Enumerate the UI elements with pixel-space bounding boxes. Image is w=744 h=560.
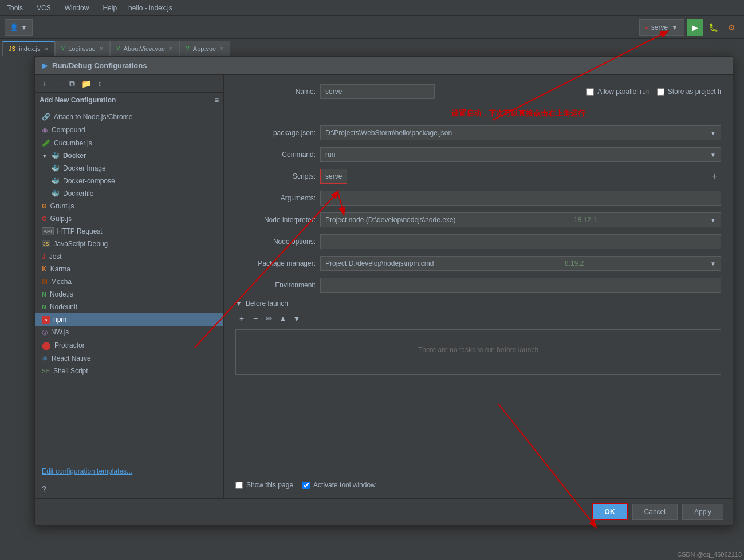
edit-templates-link[interactable]: Edit configuration templates... <box>35 463 223 480</box>
before-launch-section[interactable]: ▼ Before launch <box>235 299 721 307</box>
tab-close-login-vue[interactable]: ✕ <box>99 45 104 52</box>
dockerfile-label: Dockerfile <box>63 190 93 198</box>
arguments-row: Arguments: <box>235 191 721 206</box>
tab-login-vue[interactable]: V Login.vue ✕ <box>55 41 110 56</box>
config-item-docker-image[interactable]: 🐳 Docker Image <box>35 162 223 175</box>
environment-input[interactable] <box>320 278 721 293</box>
move-config-button[interactable]: 📁 <box>80 77 92 90</box>
command-select[interactable]: run ▼ <box>320 147 721 162</box>
config-item-npm[interactable]: n npm <box>35 313 223 326</box>
package-manager-arrow: ▼ <box>710 261 716 267</box>
config-item-nwjs[interactable]: ◎ NW.js <box>35 326 223 338</box>
before-launch-remove[interactable]: − <box>249 312 262 325</box>
package-manager-select[interactable]: Project D:\develop\nodejs\npm.cmd 8.19.2… <box>320 256 721 271</box>
scripts-select[interactable]: serve <box>320 169 347 184</box>
profile-button[interactable]: 👤 ▼ <box>5 19 33 36</box>
config-item-shell[interactable]: SH Shell Script <box>35 365 223 377</box>
config-item-http[interactable]: API HTTP Request <box>35 225 223 238</box>
config-item-karma[interactable]: K Karma <box>35 263 223 275</box>
ok-button[interactable]: OK <box>592 503 628 520</box>
tab-label-aboutview-vue: AboutView.vue <box>124 45 166 52</box>
arguments-label: Arguments: <box>235 194 316 202</box>
run-button[interactable]: ▶ <box>687 19 703 36</box>
menu-window[interactable]: Window <box>62 3 92 13</box>
config-item-docker-compose[interactable]: 🐳 Docker-compose <box>35 175 223 187</box>
run-config-selector[interactable]: ▪ serve ▼ <box>639 19 685 36</box>
activate-tool-checkbox[interactable] <box>302 482 310 489</box>
debug-button[interactable]: 🐛 <box>705 19 721 36</box>
allow-parallel-label: Allow parallel run <box>597 88 649 96</box>
node-interpreter-row: Node interpreter: Project node (D:\devel… <box>235 212 721 227</box>
hint-text: 设置启动，下次可以直接点击右上角运行 <box>316 108 721 119</box>
node-interpreter-value: Project node (D:\develop\nodejs\node.exe… <box>325 216 455 224</box>
environment-row: Environment: <box>235 278 721 293</box>
arguments-input[interactable] <box>320 191 721 206</box>
docker-label: Docker <box>63 152 86 160</box>
allow-parallel-checkbox[interactable] <box>586 88 594 96</box>
tab-app-vue[interactable]: V App.vue ✕ <box>179 41 230 56</box>
apply-button[interactable]: Apply <box>682 504 723 520</box>
config-item-jest[interactable]: J Jest <box>35 250 223 263</box>
store-as-project-label: Store as project fi <box>668 88 721 96</box>
config-item-jsdebug[interactable]: JS JavaScript Debug <box>35 238 223 250</box>
node-interpreter-select[interactable]: Project node (D:\develop\nodejs\node.exe… <box>320 212 721 227</box>
command-row: Command: run ▼ <box>235 147 721 162</box>
tab-aboutview-vue[interactable]: V AboutView.vue ✕ <box>110 41 179 56</box>
config-item-mocha[interactable]: M Mocha <box>35 275 223 288</box>
show-page-checkbox[interactable] <box>235 482 243 489</box>
package-json-row: package.json: D:\Projects\WebStorm\hello… <box>235 125 721 140</box>
left-toolbar: + − ⧉ 📁 ↕ <box>35 75 223 93</box>
remove-config-button[interactable]: − <box>52 77 65 90</box>
config-item-reactnative[interactable]: ⚛ React Native <box>35 352 223 365</box>
tab-close-aboutview-vue[interactable]: ✕ <box>168 45 173 52</box>
copy-config-button[interactable]: ⧉ <box>66 77 78 90</box>
config-item-nodejs[interactable]: N Node.js <box>35 288 223 301</box>
store-as-project-checkbox[interactable] <box>657 88 664 96</box>
config-item-dockerfile[interactable]: 🐳 Dockerfile <box>35 187 223 200</box>
activate-tool-label: Activate tool window <box>313 481 376 489</box>
profile-dropdown-arrow: ▼ <box>21 23 27 31</box>
command-label: Command: <box>235 151 316 159</box>
config-item-docker[interactable]: ▼ 🐳 Docker <box>35 149 223 162</box>
node-options-row: Node options: <box>235 234 721 249</box>
add-section: Add New Configuration ≡ <box>35 93 223 108</box>
sort-config-button[interactable]: ↕ <box>93 77 106 90</box>
package-json-label: package.json: <box>235 129 316 137</box>
name-input[interactable] <box>320 84 435 99</box>
settings-button[interactable]: ⚙ <box>723 19 739 36</box>
tab-close-index-js[interactable]: ✕ <box>44 46 49 52</box>
config-item-nodeunit[interactable]: N Nodeunit <box>35 301 223 313</box>
tab-close-app-vue[interactable]: ✕ <box>219 45 224 52</box>
tab-icon-aboutview-vue: V <box>116 45 120 52</box>
package-manager-row: Package manager: Project D:\develop\node… <box>235 256 721 271</box>
before-launch-add[interactable]: + <box>235 312 248 325</box>
config-item-gulp[interactable]: G Gulp.js <box>35 212 223 225</box>
config-item-protractor[interactable]: ⬤ Protractor <box>35 338 223 352</box>
before-launch-down[interactable]: ▼ <box>290 312 303 325</box>
arguments-add-button[interactable]: + <box>708 170 721 183</box>
before-launch-arrow: ▼ <box>235 299 242 307</box>
config-item-grunt[interactable]: G Grunt.js <box>35 200 223 212</box>
scripts-row: Scripts: serve + <box>235 169 721 184</box>
before-launch-edit[interactable]: ✏ <box>263 312 275 325</box>
watermark: CSDN @qq_46062118 <box>677 551 742 558</box>
jsdebug-label: JavaScript Debug <box>54 240 108 248</box>
package-manager-value: Project D:\develop\nodejs\npm.cmd <box>325 259 434 267</box>
menu-vcs[interactable]: VCS <box>34 3 53 13</box>
config-item-cucumber[interactable]: 🥒 Cucumber.js <box>35 137 223 149</box>
config-item-attach[interactable]: 🔗 Attach to Node.js/Chrome <box>35 111 223 123</box>
activate-tool-row: Activate tool window <box>302 481 376 489</box>
tab-index-js[interactable]: JS index.js ✕ <box>2 41 55 56</box>
add-config-button[interactable]: + <box>38 77 51 90</box>
before-launch-up[interactable]: ▲ <box>277 312 289 325</box>
menu-tools[interactable]: Tools <box>5 3 25 13</box>
config-item-compound[interactable]: ◈ Compound <box>35 123 223 137</box>
cancel-button[interactable]: Cancel <box>632 504 678 520</box>
menu-help[interactable]: Help <box>100 3 119 13</box>
dialog-body: + − ⧉ 📁 ↕ Add New Configuration ≡ 🔗 Atta… <box>35 75 733 498</box>
compound-icon: ◈ <box>42 125 48 135</box>
attach-icon: 🔗 <box>42 113 50 121</box>
node-options-input[interactable] <box>320 234 721 249</box>
help-button[interactable]: ? <box>35 480 223 498</box>
package-json-select[interactable]: D:\Projects\WebStorm\hello\package.json … <box>320 125 721 140</box>
